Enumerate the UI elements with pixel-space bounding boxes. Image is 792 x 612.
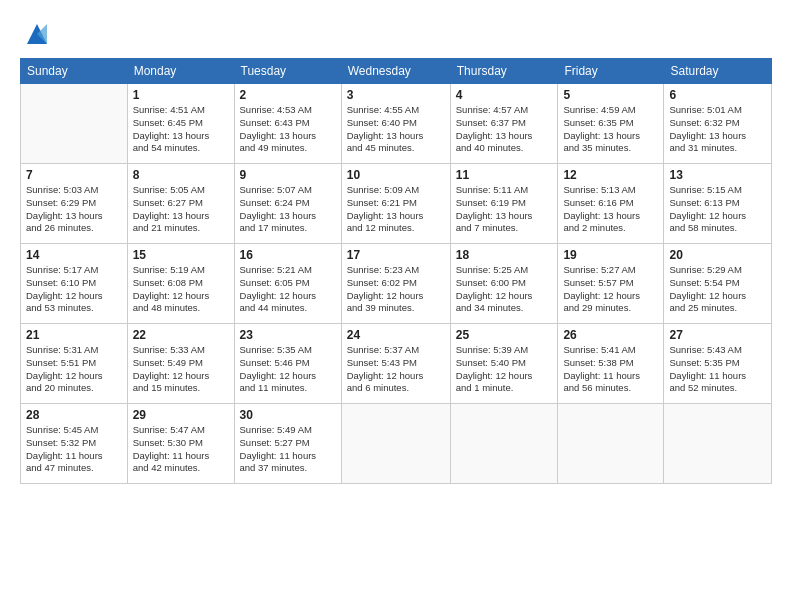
cell-date: 3 <box>347 88 445 102</box>
cell-date: 9 <box>240 168 336 182</box>
weekday-header-tuesday: Tuesday <box>234 59 341 84</box>
calendar-cell: 4Sunrise: 4:57 AM Sunset: 6:37 PM Daylig… <box>450 84 558 164</box>
cell-info: Sunrise: 5:31 AM Sunset: 5:51 PM Dayligh… <box>26 344 122 395</box>
calendar-cell: 15Sunrise: 5:19 AM Sunset: 6:08 PM Dayli… <box>127 244 234 324</box>
calendar-cell: 22Sunrise: 5:33 AM Sunset: 5:49 PM Dayli… <box>127 324 234 404</box>
cell-date: 24 <box>347 328 445 342</box>
week-row-2: 7Sunrise: 5:03 AM Sunset: 6:29 PM Daylig… <box>21 164 772 244</box>
cell-info: Sunrise: 5:49 AM Sunset: 5:27 PM Dayligh… <box>240 424 336 475</box>
calendar-cell: 12Sunrise: 5:13 AM Sunset: 6:16 PM Dayli… <box>558 164 664 244</box>
calendar-cell: 9Sunrise: 5:07 AM Sunset: 6:24 PM Daylig… <box>234 164 341 244</box>
cell-date: 5 <box>563 88 658 102</box>
weekday-header-sunday: Sunday <box>21 59 128 84</box>
cell-info: Sunrise: 5:15 AM Sunset: 6:13 PM Dayligh… <box>669 184 766 235</box>
cell-info: Sunrise: 5:41 AM Sunset: 5:38 PM Dayligh… <box>563 344 658 395</box>
cell-info: Sunrise: 5:25 AM Sunset: 6:00 PM Dayligh… <box>456 264 553 315</box>
calendar-cell: 7Sunrise: 5:03 AM Sunset: 6:29 PM Daylig… <box>21 164 128 244</box>
cell-info: Sunrise: 5:07 AM Sunset: 6:24 PM Dayligh… <box>240 184 336 235</box>
cell-date: 1 <box>133 88 229 102</box>
cell-info: Sunrise: 5:33 AM Sunset: 5:49 PM Dayligh… <box>133 344 229 395</box>
header <box>20 18 772 48</box>
cell-info: Sunrise: 5:35 AM Sunset: 5:46 PM Dayligh… <box>240 344 336 395</box>
weekday-header-monday: Monday <box>127 59 234 84</box>
cell-info: Sunrise: 4:53 AM Sunset: 6:43 PM Dayligh… <box>240 104 336 155</box>
calendar-cell: 3Sunrise: 4:55 AM Sunset: 6:40 PM Daylig… <box>341 84 450 164</box>
cell-date: 28 <box>26 408 122 422</box>
cell-date: 14 <box>26 248 122 262</box>
weekday-header-thursday: Thursday <box>450 59 558 84</box>
calendar-cell: 17Sunrise: 5:23 AM Sunset: 6:02 PM Dayli… <box>341 244 450 324</box>
cell-info: Sunrise: 5:45 AM Sunset: 5:32 PM Dayligh… <box>26 424 122 475</box>
cell-date: 4 <box>456 88 553 102</box>
weekday-header-saturday: Saturday <box>664 59 772 84</box>
calendar-cell: 5Sunrise: 4:59 AM Sunset: 6:35 PM Daylig… <box>558 84 664 164</box>
calendar-cell: 13Sunrise: 5:15 AM Sunset: 6:13 PM Dayli… <box>664 164 772 244</box>
cell-info: Sunrise: 5:01 AM Sunset: 6:32 PM Dayligh… <box>669 104 766 155</box>
cell-info: Sunrise: 5:03 AM Sunset: 6:29 PM Dayligh… <box>26 184 122 235</box>
calendar-cell: 8Sunrise: 5:05 AM Sunset: 6:27 PM Daylig… <box>127 164 234 244</box>
cell-info: Sunrise: 5:37 AM Sunset: 5:43 PM Dayligh… <box>347 344 445 395</box>
cell-info: Sunrise: 5:11 AM Sunset: 6:19 PM Dayligh… <box>456 184 553 235</box>
cell-date: 25 <box>456 328 553 342</box>
cell-info: Sunrise: 5:29 AM Sunset: 5:54 PM Dayligh… <box>669 264 766 315</box>
cell-date: 23 <box>240 328 336 342</box>
calendar: SundayMondayTuesdayWednesdayThursdayFrid… <box>20 58 772 484</box>
weekday-header-wednesday: Wednesday <box>341 59 450 84</box>
cell-date: 8 <box>133 168 229 182</box>
cell-info: Sunrise: 5:23 AM Sunset: 6:02 PM Dayligh… <box>347 264 445 315</box>
cell-info: Sunrise: 5:43 AM Sunset: 5:35 PM Dayligh… <box>669 344 766 395</box>
cell-info: Sunrise: 5:19 AM Sunset: 6:08 PM Dayligh… <box>133 264 229 315</box>
calendar-cell: 18Sunrise: 5:25 AM Sunset: 6:00 PM Dayli… <box>450 244 558 324</box>
cell-info: Sunrise: 5:47 AM Sunset: 5:30 PM Dayligh… <box>133 424 229 475</box>
cell-info: Sunrise: 5:09 AM Sunset: 6:21 PM Dayligh… <box>347 184 445 235</box>
cell-date: 13 <box>669 168 766 182</box>
calendar-cell: 20Sunrise: 5:29 AM Sunset: 5:54 PM Dayli… <box>664 244 772 324</box>
calendar-cell: 6Sunrise: 5:01 AM Sunset: 6:32 PM Daylig… <box>664 84 772 164</box>
calendar-cell: 16Sunrise: 5:21 AM Sunset: 6:05 PM Dayli… <box>234 244 341 324</box>
cell-info: Sunrise: 4:55 AM Sunset: 6:40 PM Dayligh… <box>347 104 445 155</box>
calendar-cell <box>341 404 450 484</box>
cell-date: 21 <box>26 328 122 342</box>
calendar-cell: 24Sunrise: 5:37 AM Sunset: 5:43 PM Dayli… <box>341 324 450 404</box>
cell-info: Sunrise: 5:21 AM Sunset: 6:05 PM Dayligh… <box>240 264 336 315</box>
cell-date: 11 <box>456 168 553 182</box>
calendar-cell: 1Sunrise: 4:51 AM Sunset: 6:45 PM Daylig… <box>127 84 234 164</box>
weekday-header-friday: Friday <box>558 59 664 84</box>
calendar-cell: 11Sunrise: 5:11 AM Sunset: 6:19 PM Dayli… <box>450 164 558 244</box>
calendar-cell: 2Sunrise: 4:53 AM Sunset: 6:43 PM Daylig… <box>234 84 341 164</box>
week-row-5: 28Sunrise: 5:45 AM Sunset: 5:32 PM Dayli… <box>21 404 772 484</box>
calendar-cell <box>21 84 128 164</box>
cell-date: 17 <box>347 248 445 262</box>
cell-info: Sunrise: 5:13 AM Sunset: 6:16 PM Dayligh… <box>563 184 658 235</box>
page: SundayMondayTuesdayWednesdayThursdayFrid… <box>0 0 792 612</box>
week-row-3: 14Sunrise: 5:17 AM Sunset: 6:10 PM Dayli… <box>21 244 772 324</box>
cell-date: 2 <box>240 88 336 102</box>
calendar-cell: 25Sunrise: 5:39 AM Sunset: 5:40 PM Dayli… <box>450 324 558 404</box>
cell-date: 29 <box>133 408 229 422</box>
calendar-cell <box>450 404 558 484</box>
cell-date: 15 <box>133 248 229 262</box>
calendar-cell <box>664 404 772 484</box>
cell-info: Sunrise: 5:05 AM Sunset: 6:27 PM Dayligh… <box>133 184 229 235</box>
cell-date: 7 <box>26 168 122 182</box>
cell-date: 20 <box>669 248 766 262</box>
calendar-cell: 29Sunrise: 5:47 AM Sunset: 5:30 PM Dayli… <box>127 404 234 484</box>
calendar-cell: 14Sunrise: 5:17 AM Sunset: 6:10 PM Dayli… <box>21 244 128 324</box>
calendar-cell: 21Sunrise: 5:31 AM Sunset: 5:51 PM Dayli… <box>21 324 128 404</box>
calendar-cell: 10Sunrise: 5:09 AM Sunset: 6:21 PM Dayli… <box>341 164 450 244</box>
weekday-header-row: SundayMondayTuesdayWednesdayThursdayFrid… <box>21 59 772 84</box>
cell-date: 18 <box>456 248 553 262</box>
cell-info: Sunrise: 5:27 AM Sunset: 5:57 PM Dayligh… <box>563 264 658 315</box>
cell-date: 6 <box>669 88 766 102</box>
week-row-4: 21Sunrise: 5:31 AM Sunset: 5:51 PM Dayli… <box>21 324 772 404</box>
cell-info: Sunrise: 5:39 AM Sunset: 5:40 PM Dayligh… <box>456 344 553 395</box>
calendar-cell: 27Sunrise: 5:43 AM Sunset: 5:35 PM Dayli… <box>664 324 772 404</box>
logo <box>20 18 51 48</box>
cell-date: 12 <box>563 168 658 182</box>
calendar-cell: 26Sunrise: 5:41 AM Sunset: 5:38 PM Dayli… <box>558 324 664 404</box>
calendar-cell: 28Sunrise: 5:45 AM Sunset: 5:32 PM Dayli… <box>21 404 128 484</box>
calendar-cell: 30Sunrise: 5:49 AM Sunset: 5:27 PM Dayli… <box>234 404 341 484</box>
cell-info: Sunrise: 5:17 AM Sunset: 6:10 PM Dayligh… <box>26 264 122 315</box>
cell-date: 30 <box>240 408 336 422</box>
cell-date: 26 <box>563 328 658 342</box>
